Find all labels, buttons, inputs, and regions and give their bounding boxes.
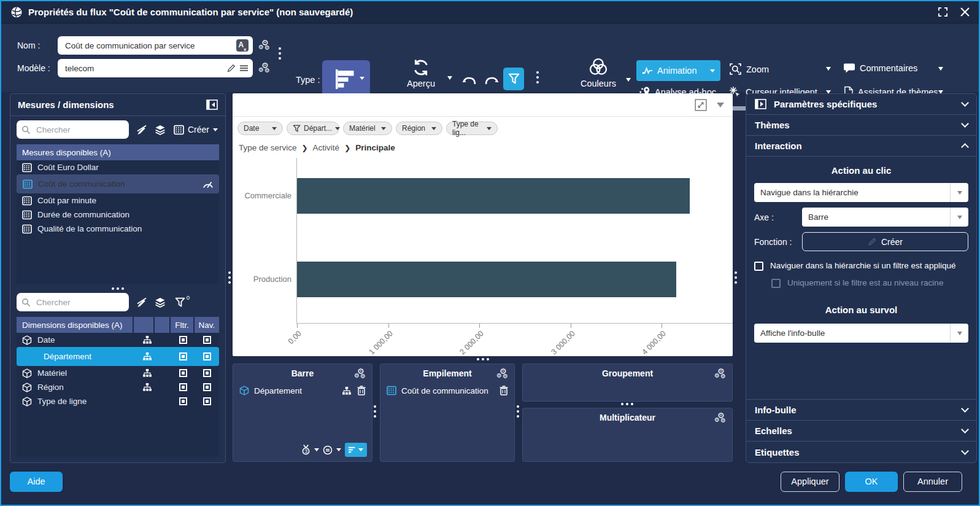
dimension-filter-pill[interactable]: Date — [237, 122, 283, 135]
click-action-select[interactable]: Navigue dans la hiérarchie — [754, 183, 968, 202]
colors-button[interactable]: Couleurs — [574, 57, 623, 88]
dimension-filter-pill[interactable]: Région — [396, 122, 442, 135]
toolbar-grip[interactable] — [536, 71, 539, 84]
nav-checkbox[interactable] — [203, 352, 211, 360]
dimension-row[interactable]: Département — [17, 347, 219, 366]
section-tooltip[interactable]: Info-bulle — [746, 400, 976, 421]
filter-checkbox[interactable] — [179, 336, 187, 344]
flow-name-field[interactable]: Ax — [58, 36, 253, 55]
nav-checkbox[interactable] — [203, 336, 211, 344]
comments-button[interactable]: Commentaires — [843, 63, 917, 74]
help-button[interactable]: Aide — [10, 472, 63, 492]
collapse-panel-icon[interactable] — [206, 99, 218, 110]
panel-splitter-handle[interactable] — [112, 287, 124, 290]
create-measure-button[interactable]: Créer — [174, 125, 218, 135]
filter-checkbox[interactable] — [179, 383, 187, 391]
toolbar-grip[interactable] — [279, 47, 281, 60]
axis-select[interactable]: Barre — [802, 208, 968, 227]
sort-button[interactable] — [345, 443, 367, 457]
navigate-if-filter-checkbox[interactable] — [754, 262, 763, 271]
chart-bar[interactable] — [297, 178, 690, 214]
dimension-row[interactable]: Date — [17, 333, 219, 347]
chart-right-splitter[interactable] — [735, 271, 737, 284]
breadcrumb-item[interactable]: Activité — [313, 143, 340, 152]
measure-row[interactable]: Coût de communication — [17, 174, 219, 193]
aggregate-icon[interactable] — [323, 445, 333, 455]
gear-icon[interactable]: ⚙⚙⚙ — [714, 367, 727, 381]
flow-name-input[interactable] — [64, 41, 233, 51]
edit-pencil-icon[interactable] — [226, 63, 236, 73]
dimension-filter-pill[interactable]: Type de lig... — [446, 122, 498, 135]
nav-checkbox[interactable] — [203, 383, 211, 391]
dimensions-search-input[interactable] — [35, 297, 124, 308]
section-interaction[interactable]: Interaction — [746, 136, 976, 157]
redo-icon[interactable] — [484, 74, 501, 86]
measure-row[interactable]: Durée de communication — [17, 208, 219, 222]
zoom-dropdown-icon[interactable] — [826, 67, 831, 71]
fullscreen-icon[interactable] — [938, 7, 948, 17]
gear-icon[interactable]: ⚙⚙⚙ — [714, 411, 727, 425]
model-menu-icon[interactable] — [239, 64, 249, 72]
expand-chart-icon[interactable] — [695, 99, 707, 111]
dimension-row[interactable]: Région — [17, 380, 219, 394]
nav-checkbox[interactable] — [203, 369, 211, 377]
chart-type-button[interactable] — [322, 60, 370, 98]
measures-search[interactable] — [17, 120, 129, 139]
model-input[interactable] — [64, 63, 223, 74]
rank-dropdown-icon[interactable] — [314, 448, 319, 451]
filter-checkbox[interactable] — [179, 352, 187, 360]
panel-splitter[interactable] — [517, 405, 519, 418]
trash-icon[interactable] — [357, 386, 366, 395]
measure-row[interactable]: Coût Euro Dollar — [17, 160, 219, 174]
dimension-filter-pill[interactable]: Matériel — [343, 122, 392, 135]
bar-axis-item[interactable]: Département — [233, 383, 372, 399]
layers-icon[interactable] — [155, 297, 166, 308]
section-specific-parameters[interactable]: Paramètres spécifiques — [746, 94, 976, 115]
stack-axis-item[interactable]: Coût de communication — [380, 383, 514, 399]
filter-checkbox[interactable] — [179, 397, 187, 405]
rank-medal-icon[interactable]: 3 — [301, 445, 311, 455]
section-themes[interactable]: Thèmes — [746, 115, 976, 136]
hierarchy-icon[interactable] — [137, 383, 157, 392]
dimension-filter-pill[interactable]: Départ... — [287, 122, 339, 135]
filter-checkbox[interactable] — [179, 369, 187, 377]
chart-bottom-splitter[interactable] — [477, 358, 489, 360]
dimension-row[interactable]: Type de ligne — [17, 394, 219, 408]
cancel-button[interactable]: Annuler — [903, 472, 962, 492]
breadcrumb-item[interactable]: Type de service — [239, 143, 297, 152]
hierarchy-icon[interactable] — [342, 386, 352, 395]
apply-button[interactable]: Appliquer — [781, 472, 839, 492]
section-scales[interactable]: Echelles — [746, 421, 976, 442]
undo-icon[interactable] — [460, 74, 477, 86]
hide-items-icon[interactable] — [136, 125, 148, 134]
ok-button[interactable]: OK — [845, 472, 898, 492]
only-root-filter-checkbox[interactable] — [771, 279, 781, 288]
measure-row[interactable]: Coût par minute — [17, 193, 219, 208]
chart-left-splitter[interactable] — [228, 271, 231, 284]
hover-action-select[interactable]: Affiche l'info-bulle — [754, 324, 968, 343]
preview-button[interactable]: Aperçu — [398, 58, 444, 88]
filter-button[interactable] — [503, 68, 524, 90]
zoom-button[interactable]: Zoom — [729, 63, 769, 76]
panel-splitter[interactable] — [621, 403, 633, 405]
trash-icon[interactable] — [500, 386, 508, 395]
model-field[interactable] — [58, 59, 253, 77]
gear-icon[interactable]: ⚙⚙⚙ — [496, 367, 509, 381]
dimension-row[interactable]: Matériel — [17, 366, 219, 380]
gear-icon[interactable]: ⚙⚙⚙ — [354, 367, 366, 381]
measure-row[interactable]: Qualité de la communication — [17, 222, 219, 236]
translate-icon[interactable]: Ax — [236, 39, 249, 52]
hide-items-icon[interactable] — [136, 297, 148, 307]
filter-count-icon[interactable]: 0 — [175, 297, 185, 308]
animation-button[interactable]: Animation — [636, 60, 720, 81]
expand-panel-icon[interactable] — [755, 99, 766, 109]
chart-bar[interactable] — [297, 262, 676, 297]
model-gears-icon[interactable]: ⚙⚙⚙ — [258, 61, 271, 75]
hierarchy-icon[interactable] — [137, 335, 157, 344]
chart-menu-icon[interactable] — [717, 103, 724, 107]
measures-search-input[interactable] — [35, 125, 124, 135]
nav-checkbox[interactable] — [203, 397, 211, 405]
close-icon[interactable] — [960, 7, 970, 17]
plot-area[interactable]: CommercialeProduction0,001 000,002 000,0… — [296, 158, 733, 324]
breadcrumb-item[interactable]: Principale — [355, 143, 395, 152]
